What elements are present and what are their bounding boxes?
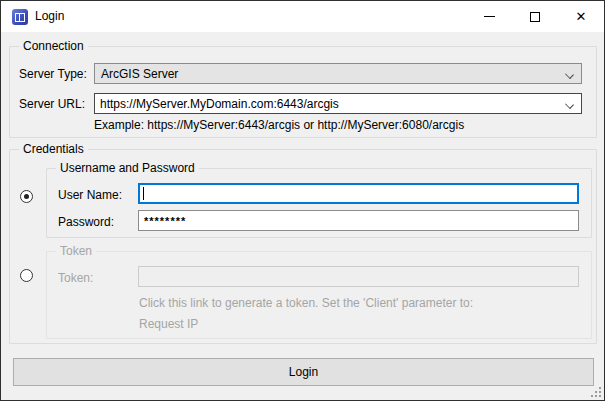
server-type-dropdown[interactable]: ArcGIS Server — [94, 63, 582, 84]
connection-group-label: Connection — [19, 39, 88, 54]
token-label: Token: — [58, 271, 93, 285]
minimize-icon — [484, 16, 495, 17]
text-caret — [143, 187, 144, 200]
server-type-label: Server Type: — [19, 67, 87, 81]
close-icon: ✕ — [576, 10, 587, 23]
token-group-label: Token — [56, 244, 96, 259]
chevron-down-icon — [565, 70, 574, 79]
token-client-param-text: Request IP — [139, 317, 198, 331]
server-url-example-text: Example: https://MyServer:6443/arcgis or… — [94, 118, 464, 132]
server-url-combobox[interactable] — [94, 93, 582, 114]
user-name-label: User Name: — [58, 188, 122, 202]
maximize-icon — [530, 12, 540, 22]
token-input — [138, 266, 579, 287]
radio-selected-dot — [24, 194, 29, 199]
username-password-radio[interactable] — [20, 190, 33, 203]
server-type-value: ArcGIS Server — [101, 67, 178, 81]
user-name-input[interactable] — [138, 183, 579, 204]
token-radio[interactable] — [20, 269, 33, 282]
app-form-icon — [12, 9, 28, 25]
server-url-input[interactable] — [95, 94, 581, 113]
caption-buttons: ✕ — [466, 1, 604, 32]
login-button[interactable]: Login — [13, 358, 594, 386]
username-password-group-label: Username and Password — [56, 161, 199, 176]
resize-grip[interactable] — [591, 387, 601, 397]
app-form-icon-split — [19, 13, 21, 21]
window-title: Login — [35, 9, 64, 23]
app-form-icon-pane — [15, 13, 25, 22]
close-button[interactable]: ✕ — [558, 1, 604, 32]
server-url-label: Server URL: — [19, 97, 85, 111]
password-input[interactable] — [138, 210, 579, 231]
password-label: Password: — [58, 215, 114, 229]
minimize-button[interactable] — [466, 1, 512, 32]
credentials-group-label: Credentials — [19, 142, 88, 157]
titlebar[interactable]: Login ✕ — [1, 1, 604, 32]
maximize-button[interactable] — [512, 1, 558, 32]
login-dialog: Login ✕ Connection Server Type: ArcGIS S… — [0, 0, 605, 401]
token-groupbox: Token — [46, 251, 592, 339]
token-hint-text: Click this link to generate a token. Set… — [139, 296, 473, 310]
